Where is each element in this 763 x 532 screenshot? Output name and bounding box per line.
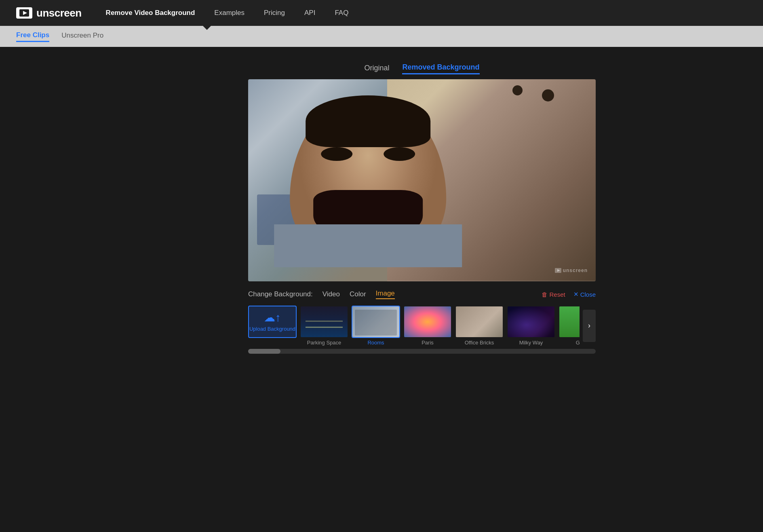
bg-type-image-button[interactable]: Image: [376, 289, 395, 299]
milky-way-label: Milky Way: [519, 340, 543, 346]
tab-unscreen-pro[interactable]: Unscreen Pro: [61, 32, 103, 41]
logo-text: unscreen: [36, 7, 82, 19]
background-thumbnails-list: ☁↑ Upload Background Parking Space: [248, 306, 580, 346]
grass-label: Grass: [576, 340, 580, 346]
parking-space-label: Parking Space: [307, 340, 341, 346]
tab-original[interactable]: Original: [364, 64, 389, 74]
scrollbar-thumb[interactable]: [248, 349, 280, 354]
office-bricks-img: [455, 306, 504, 338]
view-tabs: Original Removed Background: [364, 63, 479, 74]
paris-preview: [404, 306, 451, 337]
office-bricks-preview: [456, 306, 503, 337]
rooms-label: Rooms: [367, 340, 384, 346]
sub-tabs-bar: Free Clips Unscreen Pro: [0, 26, 763, 47]
tab-free-clips[interactable]: Free Clips: [16, 31, 49, 42]
grass-preview: [559, 306, 580, 337]
nav-examples[interactable]: Examples: [214, 9, 244, 17]
rooms-preview: [352, 306, 399, 337]
watermark-logo: unscreen: [555, 268, 588, 273]
thumbnail-scrollbar[interactable]: [248, 349, 596, 354]
main-content: Original Removed Background: [0, 47, 763, 370]
office-bricks-label: Office Bricks: [465, 340, 494, 346]
rooms-img: [352, 306, 400, 338]
bg-type-color-button[interactable]: Color: [350, 290, 366, 298]
reset-label: Reset: [549, 291, 565, 298]
nav-links: Remove Video Background Examples Pricing…: [106, 9, 747, 17]
video-section: Original Removed Background: [105, 63, 739, 354]
nav-pricing[interactable]: Pricing: [264, 9, 285, 17]
video-frame: unscreen: [248, 79, 596, 281]
office-bricks-thumb[interactable]: Office Bricks: [455, 306, 504, 346]
grass-thumb[interactable]: Grass: [559, 306, 580, 346]
paris-img: [403, 306, 452, 338]
video-content: unscreen: [248, 79, 596, 281]
milky-way-img: [507, 306, 555, 338]
tab-removed-background[interactable]: Removed Background: [402, 63, 479, 74]
milky-way-preview: [508, 306, 554, 337]
change-bg-label: Change Background:: [248, 290, 313, 298]
bg-type-video-button[interactable]: Video: [322, 290, 340, 298]
parking-space-preview: [301, 306, 348, 337]
upload-background-thumb[interactable]: ☁↑ Upload Background: [248, 306, 297, 346]
scroll-right-arrow[interactable]: ›: [583, 310, 596, 342]
milky-way-thumb[interactable]: Milky Way: [507, 306, 555, 346]
upload-thumb-box[interactable]: ☁↑ Upload Background: [248, 306, 297, 338]
close-button[interactable]: ✕ Close: [573, 291, 596, 298]
parking-space-thumb[interactable]: Parking Space: [300, 306, 348, 346]
parking-space-img: [300, 306, 348, 338]
close-label: Close: [580, 291, 596, 298]
nav-faq[interactable]: FAQ: [335, 9, 348, 17]
reset-button[interactable]: 🗑 Reset: [542, 291, 565, 298]
logo-icon: [16, 7, 32, 19]
logo-area[interactable]: unscreen: [16, 7, 82, 19]
grass-img: [559, 306, 580, 338]
close-icon: ✕: [573, 291, 579, 298]
paris-thumb[interactable]: Paris: [403, 306, 452, 346]
change-background-bar: Change Background: Video Color Image 🗑 R…: [248, 289, 596, 299]
rooms-thumb[interactable]: Rooms: [352, 306, 400, 346]
paris-label: Paris: [422, 340, 434, 346]
trash-icon: 🗑: [542, 291, 548, 298]
video-person: [290, 95, 446, 267]
change-bg-controls-right: 🗑 Reset ✕ Close: [542, 291, 596, 298]
nav-api[interactable]: API: [304, 9, 315, 17]
nav-remove-video-bg[interactable]: Remove Video Background: [106, 9, 195, 17]
background-thumbnails-wrapper: ☁↑ Upload Background Parking Space: [248, 306, 596, 346]
change-bg-controls-left: Change Background: Video Color Image: [248, 289, 395, 299]
upload-cloud-icon: ☁↑: [264, 311, 281, 324]
navbar: unscreen Remove Video Background Example…: [0, 0, 763, 26]
upload-label: Upload Background: [249, 326, 295, 333]
video-watermark: unscreen: [555, 268, 588, 273]
nav-dropdown-arrow: [202, 25, 212, 30]
